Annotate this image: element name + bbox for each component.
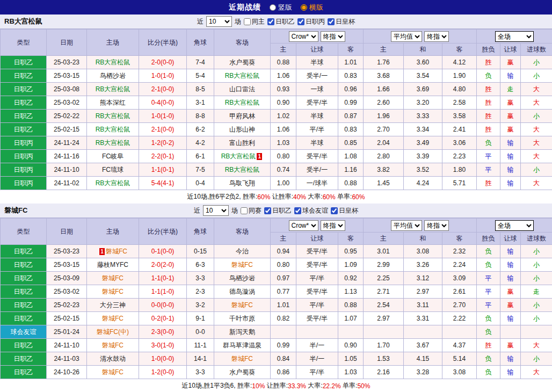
cell-text: 鸟取飞翔 [229,179,255,187]
same-comp-checkbox[interactable] [241,207,248,214]
filter-checkbox-league-j2[interactable]: 日职乙 [267,17,295,26]
cell-text: 2.23 [453,153,466,160]
average-odds-select[interactable]: 平均值 [391,31,422,42]
odds-source-select[interactable]: Crow* [289,31,318,42]
odds-source-select[interactable]: Crow* [289,220,318,231]
cell-text: 磐城FC [231,261,253,268]
cell-text: 4.80 [453,85,466,93]
emperor-cup-checkbox[interactable] [331,207,338,214]
cell-text: 赢 [507,301,514,309]
odds-stage-select[interactable]: 终指 [321,220,345,231]
filter-checkbox-club-friendly[interactable]: 球会友谊 [294,206,328,215]
table-cell: RB大宫松鼠 [214,96,271,110]
filter-checkbox-emperor-cup[interactable]: 日皇杯 [331,206,358,215]
cell-text: 磐城FC [106,248,127,255]
table-cell: 1.66 [364,83,404,96]
league-j2-checkbox[interactable] [267,18,274,25]
table-cell: 1.13 [338,285,364,299]
checkbox-label: 日皇杯 [336,17,355,26]
table-cell: 0.92 [338,272,364,285]
subcol-result: 胜负 [477,233,500,245]
table-cell: 负 [477,136,500,150]
cell-text: 25-03-08 [54,85,79,93]
games-label: 场 [231,206,238,215]
table-cell: 鸟栖沙岩 [214,272,271,285]
summary-segment: 近10场,胜6平2负2, 胜率: [187,192,258,201]
filter-checkbox-emperor-cup[interactable]: 日皇杯 [328,17,355,26]
odds-stage-select[interactable]: 终指 [321,31,345,42]
average-odds-select[interactable]: 平均值 [391,220,422,231]
match-count-select[interactable]: 10 [206,16,232,27]
fulltime-select[interactable]: 全场 [495,220,534,231]
cell-text: 负 [485,139,492,147]
table-cell: 0.88 [338,299,364,312]
cell-text: 受平/半 [307,248,328,255]
cell-text: 3.11 [417,301,428,309]
cell-text: 2.32 [453,248,466,255]
table-cell: 5-4 [187,69,214,83]
table-cell: 4.12 [442,56,477,69]
table-cell: 小 [521,56,552,69]
table-cell: 负 [477,312,500,325]
table-cell: 0.83 [338,69,364,83]
table-cell: 2-3 [187,285,214,299]
match-count-select[interactable]: 10 [203,205,229,216]
cell-text: 小 [533,112,540,120]
cell-text: 受平/半 [307,153,328,160]
cell-text: 0-2(0-1) [151,315,175,322]
subcol-result: 胜负 [477,43,500,56]
subcol-goals-result: 进球数 [521,233,552,245]
table-row: 日职乙24-10-26磐城FC1-2(0-0)3-3水户蜀葵0.86平/半1.0… [1,366,552,379]
league-j2-checkbox[interactable] [264,207,271,214]
cell-text: 0.92 [344,274,357,282]
table-cell: 输 [500,150,521,163]
table-cell: 今治 [214,245,271,258]
table-cell: 8-5 [187,83,214,96]
cell-text: 3.26 [417,261,429,268]
cell-text: 日职丙 [14,179,33,187]
col-score: 比分(半场) [139,219,187,245]
table-cell: 0.88 [271,56,296,69]
cell-text: 0.83 [344,72,357,79]
table-cell: 大 [521,177,552,190]
cell-text: 大 [533,85,540,93]
table-cell: 3.01 [364,245,404,258]
table-cell: 小 [521,163,552,177]
table-cell: 1.70 [364,339,404,352]
club-friendly-checkbox[interactable] [294,207,301,214]
average-stage-select[interactable]: 终指 [424,31,449,42]
table-cell: 25-02-15 [47,312,87,325]
vertical-layout-option[interactable]: 竖版 [270,3,292,12]
table-row: 日职乙24-11-10磐城FC3-0(1-0)11-1群马草津温泉0.99半/一… [1,339,552,352]
filter-checkbox-same-home[interactable]: 同主 [244,17,265,26]
cell-text: 24-11-24 [54,139,79,147]
horizontal-layout-radio[interactable] [301,4,307,11]
league-j3-checkbox[interactable] [297,18,304,25]
cell-text: 3-0(1-0) [151,342,175,349]
cell-text: 1-0(0-0) [151,355,175,362]
vertical-layout-radio[interactable] [270,4,276,11]
fulltime-select[interactable]: 全场 [495,31,534,42]
emperor-cup-checkbox[interactable] [328,18,335,25]
average-stage-select[interactable]: 终指 [424,220,449,231]
filter-checkbox-league-j3[interactable]: 日职丙 [297,17,325,26]
cell-text: 大 [533,342,540,349]
cell-text: 输 [507,153,514,160]
table-cell: 2-1(0-0) [139,123,187,136]
filter-checkbox-league-j2[interactable]: 日职乙 [264,206,292,215]
cell-text: 4-2 [195,139,205,147]
table-row: 日职丙24-11-24RB大宫松鼠1-2(0-2)4-2富山胜利1.03半球0.… [1,136,552,150]
table-cell: 5.14 [442,352,477,366]
table-row: 日职乙25-02-22RB大宫松鼠1-0(1-0)8-8甲府风林1.02半球0.… [1,110,552,123]
cell-text: 0-1(0-0) [151,248,175,255]
horizontal-layout-option[interactable]: 横版 [301,3,323,12]
table-cell: 0-0 [187,325,214,339]
same-home-checkbox[interactable] [244,18,251,25]
col-type: 类型 [1,219,47,245]
subcol-handicap-result: 让球 [500,43,521,56]
table-cell: 2.97 [404,285,442,299]
filter-checkbox-same-comp[interactable]: 同赛 [241,206,262,215]
table-cell: 0.86 [271,366,296,379]
table-cell: 日职乙 [1,366,47,379]
table-cell: 大 [521,123,552,136]
